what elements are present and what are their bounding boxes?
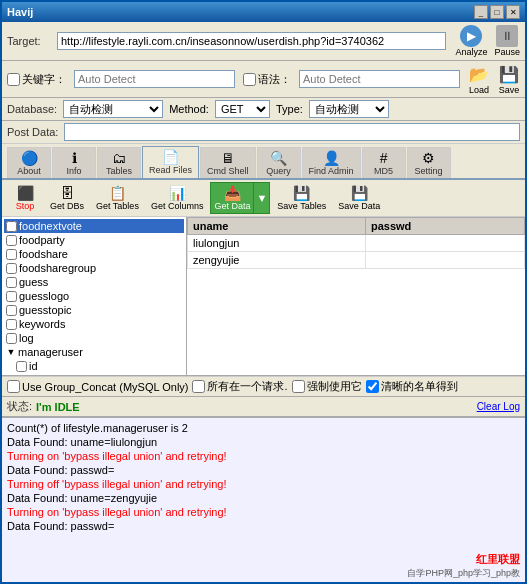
table-row: zengyujie bbox=[188, 252, 525, 269]
target-row: Target: ▶ Analyze ⏸ Pause bbox=[2, 22, 525, 61]
cell-uname-1: zengyujie bbox=[188, 252, 366, 269]
save-button[interactable]: 💾 Save bbox=[498, 63, 520, 95]
pause-label: Pause bbox=[494, 47, 520, 57]
minimize-button[interactable]: _ bbox=[474, 5, 488, 19]
postdata-label: Post Data: bbox=[7, 126, 58, 138]
tree-item-id[interactable]: id bbox=[4, 359, 184, 373]
get-tables-button[interactable]: 📋 Get Tables bbox=[91, 182, 144, 214]
stop-button[interactable]: ⬛ Stop bbox=[7, 182, 43, 214]
analyze-button[interactable]: ▶ Analyze bbox=[455, 25, 487, 57]
use-group-checkbox[interactable] bbox=[7, 380, 20, 393]
window-title: Havij bbox=[7, 6, 33, 18]
grammar-input[interactable] bbox=[299, 70, 460, 88]
tab-find-admin[interactable]: 👤 Find Admin bbox=[302, 147, 361, 178]
opt2-checkbox[interactable] bbox=[292, 380, 305, 393]
keywords-row: 关键字： 语法： 📂 Load 💾 Save bbox=[2, 61, 525, 98]
tree-label: foodnextvote bbox=[19, 220, 82, 232]
type-select[interactable]: 自动检测 bbox=[309, 100, 389, 118]
save-label: Save bbox=[499, 85, 520, 95]
tree-item-foodshare[interactable]: foodshare bbox=[4, 247, 184, 261]
tree-item-guess[interactable]: guess bbox=[4, 275, 184, 289]
log-line-2: Turning on 'bypass illegal union' and re… bbox=[7, 449, 520, 463]
grammar-checkbox-label[interactable]: 语法： bbox=[243, 72, 291, 87]
tree-item-manageruser[interactable]: ▼ manageruser bbox=[4, 345, 184, 359]
tree-panel[interactable]: foodnextvote foodparty foodshare foodsha… bbox=[2, 217, 187, 375]
tab-cmd-shell[interactable]: 🖥 Cmd Shell bbox=[200, 147, 256, 178]
tree-checkbox-keywords[interactable] bbox=[6, 319, 17, 330]
opt1-checkbox[interactable] bbox=[192, 380, 205, 393]
tables-icon: 🗂 bbox=[112, 150, 126, 166]
opt2-label[interactable]: 强制使用它 bbox=[292, 379, 362, 394]
method-select[interactable]: GET bbox=[215, 100, 270, 118]
tree-checkbox-foodsharegroup[interactable] bbox=[6, 263, 17, 274]
tree-item-log[interactable]: log bbox=[4, 331, 184, 345]
tab-read-files[interactable]: 📄 Read Files bbox=[142, 146, 199, 178]
target-input[interactable] bbox=[57, 32, 446, 50]
save-data-button[interactable]: 💾 Save Data bbox=[333, 182, 385, 214]
tree-checkbox-uname[interactable] bbox=[16, 375, 27, 376]
status-label: 状态: bbox=[7, 399, 32, 414]
keyword-input[interactable] bbox=[74, 70, 235, 88]
tab-md5[interactable]: # MD5 bbox=[362, 147, 406, 178]
tab-query[interactable]: 🔍 Query bbox=[257, 147, 301, 178]
get-columns-button[interactable]: 📊 Get Columns bbox=[146, 182, 209, 214]
tab-info[interactable]: ℹ Info bbox=[52, 147, 96, 178]
tree-checkbox-guesslogo[interactable] bbox=[6, 291, 17, 302]
tree-item-keywords[interactable]: keywords bbox=[4, 317, 184, 331]
info-icon: ℹ bbox=[72, 150, 77, 166]
pause-button[interactable]: ⏸ Pause bbox=[494, 25, 520, 57]
load-label: Load bbox=[469, 85, 489, 95]
get-data-dropdown[interactable]: ▼ bbox=[254, 182, 270, 214]
tree-item-foodparty[interactable]: foodparty bbox=[4, 233, 184, 247]
tab-about[interactable]: 🔵 About bbox=[7, 147, 51, 178]
maximize-button[interactable]: □ bbox=[490, 5, 504, 19]
log-line-0: Count(*) of lifestyle.manageruser is 2 bbox=[7, 421, 520, 435]
tree-checkbox-guess[interactable] bbox=[6, 277, 17, 288]
tree-checkbox-log[interactable] bbox=[6, 333, 17, 344]
stop-icon: ⬛ bbox=[17, 185, 34, 201]
database-select[interactable]: 自动检测 bbox=[63, 100, 163, 118]
use-group-label[interactable]: Use Group_Concat (MySQL Only) bbox=[7, 380, 188, 393]
keyword-checkbox-label[interactable]: 关键字： bbox=[7, 72, 66, 87]
expand-manageruser-icon[interactable]: ▼ bbox=[6, 347, 16, 357]
tree-item-guesslogo[interactable]: guesslogo bbox=[4, 289, 184, 303]
load-button[interactable]: 📂 Load bbox=[468, 63, 490, 95]
tree-item-guesstopic[interactable]: guesstopic bbox=[4, 303, 184, 317]
keyword-label: 关键字： bbox=[22, 72, 66, 87]
tree-checkbox-foodnextvote[interactable] bbox=[6, 221, 17, 232]
grammar-checkbox[interactable] bbox=[243, 73, 256, 86]
tree-checkbox-foodparty[interactable] bbox=[6, 235, 17, 246]
opt3-checkbox[interactable] bbox=[366, 380, 379, 393]
save-tables-button[interactable]: 💾 Save Tables bbox=[272, 182, 331, 214]
get-columns-icon: 📊 bbox=[169, 185, 186, 201]
tab-tables[interactable]: 🗂 Tables bbox=[97, 147, 141, 178]
database-label: Database: bbox=[7, 103, 57, 115]
opt1-label[interactable]: 所有在一个请求. bbox=[192, 379, 287, 394]
clear-log-button[interactable]: Clear Log bbox=[477, 401, 520, 412]
tab-setting[interactable]: ⚙ Setting bbox=[407, 147, 451, 178]
log-line-5: Data Found: uname=zengyujie bbox=[7, 491, 520, 505]
tree-item-uname[interactable]: uname bbox=[4, 373, 184, 375]
tree-checkbox-guesstopic[interactable] bbox=[6, 305, 17, 316]
postdata-input[interactable] bbox=[64, 123, 520, 141]
opt3-label[interactable]: 清晰的名单得到 bbox=[366, 379, 458, 394]
tree-checkbox-foodshare[interactable] bbox=[6, 249, 17, 260]
tree-item-foodsharegroup[interactable]: foodsharegroup bbox=[4, 261, 184, 275]
tree-label: manageruser bbox=[18, 346, 83, 358]
keyword-checkbox[interactable] bbox=[7, 73, 20, 86]
subtoolbar: ⬛ Stop 🗄 Get DBs 📋 Get Tables 📊 Get Colu… bbox=[2, 180, 525, 217]
save-tables-icon: 💾 bbox=[293, 185, 310, 201]
tree-label: uname bbox=[29, 374, 63, 375]
cmd-shell-icon: 🖥 bbox=[221, 150, 235, 166]
save-data-icon: 💾 bbox=[351, 185, 368, 201]
log-line-4: Turning off 'bypass illegal union' and r… bbox=[7, 477, 520, 491]
cell-passwd-1 bbox=[365, 252, 524, 269]
get-data-button[interactable]: 📥 Get Data bbox=[210, 182, 254, 214]
data-panel: uname passwd liulongjun zengyujie bbox=[187, 217, 525, 375]
get-data-group[interactable]: 📥 Get Data ▼ bbox=[210, 182, 270, 214]
close-button[interactable]: ✕ bbox=[506, 5, 520, 19]
tree-checkbox-id[interactable] bbox=[16, 361, 27, 372]
status-value: I'm IDLE bbox=[36, 401, 80, 413]
tree-item-foodnextvote[interactable]: foodnextvote bbox=[4, 219, 184, 233]
get-dbs-button[interactable]: 🗄 Get DBs bbox=[45, 182, 89, 214]
